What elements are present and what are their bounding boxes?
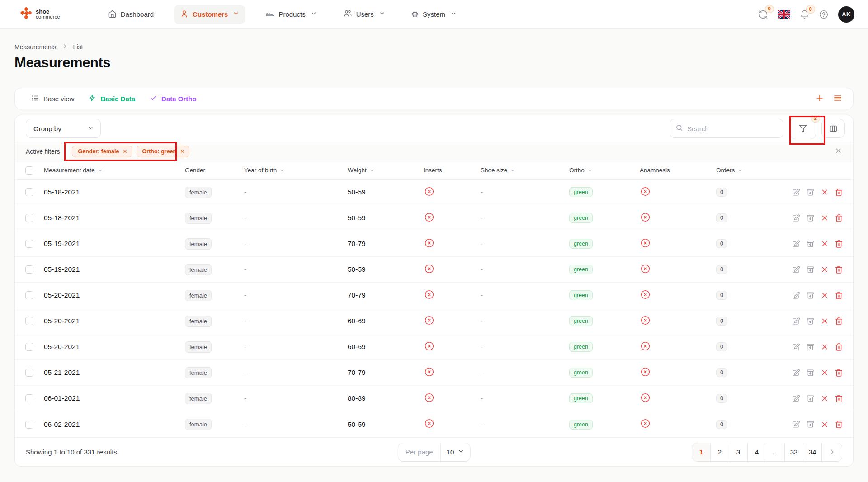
tab-data-ortho[interactable]: Data Ortho <box>142 90 204 107</box>
archive-row-button[interactable] <box>806 420 815 429</box>
cancel-row-button[interactable] <box>821 394 829 402</box>
delete-row-button[interactable] <box>835 214 843 222</box>
sync-button[interactable]: 0 <box>758 9 768 19</box>
table-row[interactable]: 05-19-2021 female - 50-59 - green 0 <box>15 257 853 283</box>
language-flag-button[interactable] <box>778 10 790 19</box>
edit-row-button[interactable] <box>792 369 800 377</box>
nav-item-products[interactable]: Products <box>259 5 323 24</box>
col-year-of-birth[interactable]: Year of birth <box>244 167 348 174</box>
edit-row-button[interactable] <box>792 394 800 403</box>
page-button-1[interactable]: 1 <box>692 443 711 461</box>
table-row[interactable]: 05-19-2021 female - 70-79 - green 0 <box>15 231 853 257</box>
archive-row-button[interactable] <box>806 214 815 222</box>
page-button-2[interactable]: 2 <box>711 443 729 461</box>
row-checkbox[interactable] <box>25 421 33 429</box>
per-page-select[interactable]: 10 <box>441 448 470 456</box>
columns-button[interactable] <box>821 119 845 138</box>
edit-row-button[interactable] <box>792 317 800 326</box>
edit-row-button[interactable] <box>792 265 800 274</box>
row-checkbox[interactable] <box>25 214 33 222</box>
sort-chevron-icon[interactable] <box>587 168 593 173</box>
delete-row-button[interactable] <box>835 265 843 274</box>
nav-item-customers[interactable]: Customers <box>174 5 245 24</box>
group-by-select[interactable]: Group by <box>26 119 101 138</box>
table-row[interactable]: 05-18-2021 female - 50-59 - green 0 <box>15 180 853 205</box>
filter-chip-gender[interactable]: Gender: female ✕ <box>72 146 132 157</box>
sort-chevron-icon[interactable] <box>279 168 285 173</box>
table-row[interactable]: 05-18-2021 female - 50-59 - green 0 <box>15 205 853 231</box>
search-input[interactable] <box>687 125 778 132</box>
page-button-33[interactable]: 33 <box>785 443 803 461</box>
delete-row-button[interactable] <box>835 291 843 300</box>
sort-chevron-icon[interactable] <box>369 168 375 173</box>
archive-row-button[interactable] <box>806 240 815 248</box>
page-button-34[interactable]: 34 <box>803 443 822 461</box>
edit-row-button[interactable] <box>792 240 800 248</box>
help-button[interactable] <box>819 9 829 19</box>
notifications-button[interactable]: 0 <box>800 9 809 19</box>
brand-logo[interactable]: shoe commerce <box>20 7 60 21</box>
archive-row-button[interactable] <box>806 265 815 274</box>
archive-row-button[interactable] <box>806 317 815 326</box>
table-row[interactable]: 05-20-2021 female - 60-69 - green 0 <box>15 308 853 334</box>
col-shoe-size[interactable]: Shoe size <box>481 167 569 174</box>
edit-row-button[interactable] <box>792 188 800 197</box>
edit-row-button[interactable] <box>792 343 800 351</box>
cancel-row-button[interactable] <box>821 291 829 299</box>
row-checkbox[interactable] <box>25 265 33 274</box>
sort-chevron-icon[interactable] <box>510 168 515 173</box>
row-checkbox[interactable] <box>25 188 33 196</box>
page-button-3[interactable]: 3 <box>729 443 748 461</box>
remove-filter-icon[interactable]: ✕ <box>123 148 127 155</box>
archive-row-button[interactable] <box>806 291 815 300</box>
breadcrumb-root[interactable]: Measurements <box>14 43 57 51</box>
cancel-row-button[interactable] <box>821 265 829 274</box>
col-measurement-date[interactable]: Measurement date <box>44 167 185 174</box>
cancel-row-button[interactable] <box>821 369 829 377</box>
row-checkbox[interactable] <box>25 394 33 402</box>
cancel-row-button[interactable] <box>821 214 829 222</box>
archive-row-button[interactable] <box>806 369 815 377</box>
table-row[interactable]: 05-20-2021 female - 60-69 - green 0 <box>15 334 853 360</box>
filter-button[interactable]: 2 <box>790 118 816 139</box>
edit-row-button[interactable] <box>792 214 800 222</box>
sort-chevron-icon[interactable] <box>98 168 103 173</box>
cancel-row-button[interactable] <box>821 317 829 325</box>
delete-row-button[interactable] <box>835 343 843 351</box>
col-ortho[interactable]: Ortho <box>569 167 640 174</box>
delete-row-button[interactable] <box>835 317 843 326</box>
cancel-row-button[interactable] <box>821 343 829 351</box>
tab-basic-data[interactable]: Basic Data <box>81 90 142 107</box>
nav-item-dashboard[interactable]: Dashboard <box>102 5 160 24</box>
row-checkbox[interactable] <box>25 291 33 299</box>
archive-row-button[interactable] <box>806 343 815 351</box>
sort-chevron-icon[interactable] <box>737 168 743 173</box>
row-checkbox[interactable] <box>25 317 33 325</box>
filter-chip-ortho[interactable]: Ortho: green ✕ <box>137 146 190 157</box>
col-weight[interactable]: Weight <box>348 167 424 174</box>
nav-item-system[interactable]: ⚙ System <box>405 6 463 23</box>
cancel-row-button[interactable] <box>821 240 829 248</box>
table-row[interactable]: 06-02-2021 female - 50-59 - green 0 <box>15 411 853 437</box>
row-checkbox[interactable] <box>25 240 33 248</box>
archive-row-button[interactable] <box>806 394 815 403</box>
user-avatar[interactable]: AK <box>838 6 854 23</box>
page-button-4[interactable]: 4 <box>748 443 766 461</box>
table-row[interactable]: 05-20-2021 female - 70-79 - green 0 <box>15 283 853 308</box>
delete-row-button[interactable] <box>835 188 843 197</box>
delete-row-button[interactable] <box>835 369 843 377</box>
select-all-checkbox[interactable] <box>25 166 33 175</box>
view-list-button[interactable] <box>833 94 842 104</box>
delete-row-button[interactable] <box>835 240 843 248</box>
cancel-row-button[interactable] <box>821 188 829 196</box>
archive-row-button[interactable] <box>806 188 815 197</box>
next-page-button[interactable] <box>822 443 842 461</box>
delete-row-button[interactable] <box>835 394 843 403</box>
remove-filter-icon[interactable]: ✕ <box>180 148 184 155</box>
table-row[interactable]: 05-21-2021 female - 70-79 - green 0 <box>15 360 853 386</box>
tab-base-view[interactable]: Base view <box>24 90 81 107</box>
add-view-button[interactable] <box>815 94 824 104</box>
table-row[interactable]: 06-01-2021 female - 80-89 - green 0 <box>15 386 853 411</box>
nav-item-users[interactable]: Users <box>337 5 392 24</box>
edit-row-button[interactable] <box>792 420 800 429</box>
